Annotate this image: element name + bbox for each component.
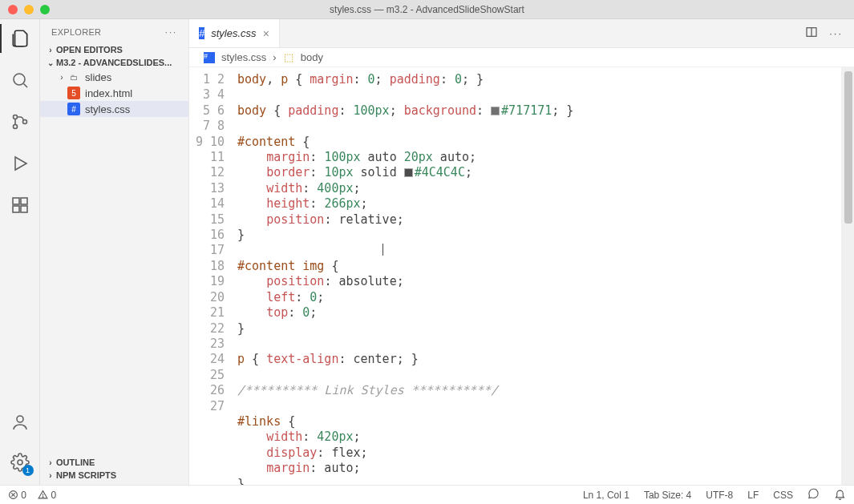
feedback-icon[interactable]	[807, 488, 820, 502]
chevron-right-icon: ›	[273, 51, 276, 63]
activity-bar: 1	[0, 19, 40, 485]
encoding[interactable]: UTF-8	[706, 490, 733, 501]
svg-marker-5	[15, 157, 26, 170]
language-mode[interactable]: CSS	[773, 490, 793, 501]
split-editor-icon[interactable]	[805, 26, 818, 41]
search-icon[interactable]	[9, 69, 31, 91]
chevron-down-icon: ⌄	[45, 58, 56, 67]
breadcrumb[interactable]: # styles.css › ⬚ body	[189, 48, 854, 67]
settings-badge: 1	[22, 465, 34, 476]
notifications-icon[interactable]	[834, 488, 846, 502]
chevron-right-icon: ›	[56, 73, 67, 82]
svg-point-18	[42, 496, 43, 497]
svg-point-2	[13, 115, 17, 119]
css-file-icon: #	[67, 103, 80, 115]
svg-rect-9	[21, 206, 27, 212]
explorer-more-icon[interactable]: ···	[165, 27, 177, 37]
accounts-icon[interactable]	[9, 411, 31, 433]
outline-section[interactable]: › OUTLINE	[40, 456, 188, 469]
folder-section[interactable]: ⌄ M3.2 - ADVANCEDSLIDES...	[40, 56, 188, 69]
window-title: styles.css — m3.2 - AdvancedSlideShowSta…	[330, 4, 524, 15]
code-content[interactable]: body, p { margin: 0; padding: 0; } body …	[237, 67, 841, 485]
npm-scripts-section[interactable]: › NPM SCRIPTS	[40, 469, 188, 482]
symbol-icon: ⬚	[283, 52, 294, 63]
file-item[interactable]: #styles.css	[40, 101, 188, 117]
css-file-icon: #	[204, 52, 215, 63]
chevron-right-icon: ›	[45, 46, 56, 54]
chevron-right-icon: ›	[45, 458, 56, 467]
open-editors-section[interactable]: › OPEN EDITORS	[40, 43, 188, 56]
editor-tabs: # styles.css × ···	[189, 19, 854, 48]
svg-point-4	[22, 120, 26, 124]
css-file-icon: #	[199, 27, 204, 39]
html-file-icon: 5	[67, 87, 80, 99]
close-tab-icon[interactable]: ×	[263, 27, 269, 40]
svg-point-3	[13, 125, 17, 129]
file-item[interactable]: 5index.html	[40, 85, 188, 101]
folder-icon: 🗀	[67, 71, 80, 83]
titlebar: styles.css — m3.2 - AdvancedSlideShowSta…	[0, 0, 854, 19]
maximize-window-icon[interactable]	[40, 5, 50, 14]
editor[interactable]: 1 2 3 4 5 6 7 8 9 10 11 12 13 14 15 16 1…	[189, 67, 854, 485]
svg-rect-6	[13, 198, 19, 204]
problems-warnings[interactable]: 0	[38, 490, 56, 501]
extensions-icon[interactable]	[9, 194, 31, 216]
status-bar: 0 0 Ln 1, Col 1 Tab Size: 4 UTF-8 LF CSS	[0, 485, 854, 504]
tab-styles-css[interactable]: # styles.css ×	[189, 19, 280, 47]
indent-setting[interactable]: Tab Size: 4	[644, 490, 691, 501]
minimap-scrollbar[interactable]	[841, 67, 854, 485]
minimize-window-icon[interactable]	[24, 5, 34, 14]
svg-line-1	[23, 84, 27, 88]
explorer-title: EXPLORER	[51, 27, 101, 37]
explorer-icon[interactable]	[9, 27, 31, 50]
cursor-position[interactable]: Ln 1, Col 1	[583, 490, 629, 501]
chevron-right-icon: ›	[45, 471, 56, 480]
line-gutter: 1 2 3 4 5 6 7 8 9 10 11 12 13 14 15 16 1…	[189, 67, 237, 485]
svg-point-10	[17, 416, 23, 422]
close-window-icon[interactable]	[8, 5, 18, 14]
eol[interactable]: LF	[747, 490, 759, 501]
settings-gear-icon[interactable]: 1	[9, 451, 31, 474]
svg-rect-7	[21, 198, 27, 204]
svg-rect-8	[13, 206, 19, 212]
source-control-icon[interactable]	[9, 111, 31, 133]
folder-item[interactable]: ›🗀slides	[40, 69, 188, 85]
problems-errors[interactable]: 0	[8, 490, 26, 501]
run-debug-icon[interactable]	[9, 152, 31, 175]
svg-point-11	[18, 460, 22, 465]
explorer-sidebar: EXPLORER ··· › OPEN EDITORS ⌄ M3.2 - ADV…	[40, 19, 189, 485]
svg-point-0	[14, 74, 25, 85]
editor-more-icon[interactable]: ···	[829, 27, 843, 39]
